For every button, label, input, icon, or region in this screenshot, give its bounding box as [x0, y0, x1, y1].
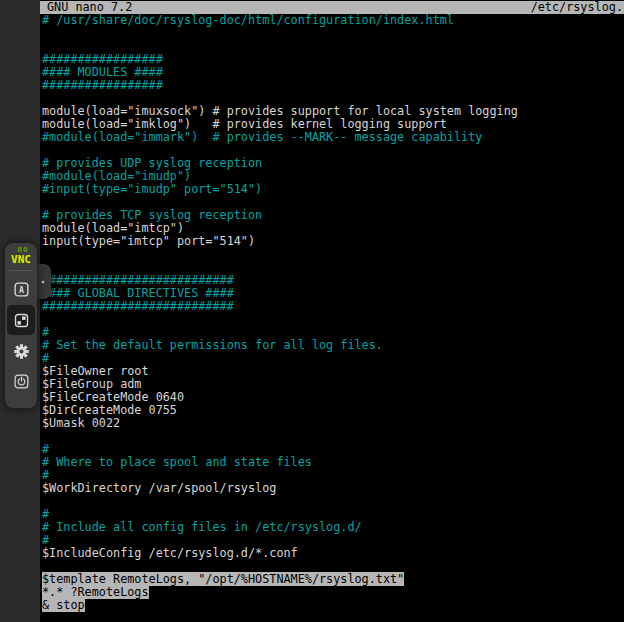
editor-line: $IncludeConfig /etc/rsyslog.d/*.conf — [42, 547, 624, 560]
editor-line: # Include all config files in /etc/rsysl… — [42, 521, 624, 534]
editor-line: ########################### — [42, 300, 624, 313]
power-icon — [14, 374, 29, 389]
editor-line: #module(load="immark") # provides --MARK… — [42, 131, 624, 144]
novnc-control-bar: no VNC A — [5, 243, 37, 408]
gear-icon — [13, 343, 30, 360]
editor-line — [42, 495, 624, 508]
clipboard-button[interactable]: A — [8, 275, 34, 303]
terminal-window[interactable]: GNU nano 7.2 /etc/rsyslog. # /usr/share/… — [40, 0, 624, 622]
svg-text:A: A — [19, 284, 24, 294]
panel-divider — [9, 270, 33, 271]
editor-line — [42, 313, 624, 326]
fullscreen-button[interactable] — [7, 305, 35, 335]
editor-line — [42, 248, 624, 261]
clipboard-a-icon: A — [14, 282, 29, 297]
editor-line: $WorkDirectory /var/spool/rsyslog — [42, 482, 624, 495]
editor-line: # /usr/share/doc/rsyslog-doc/html/config… — [42, 14, 624, 27]
editor-line: # Where to place spool and state files — [42, 456, 624, 469]
editor-line: ################# — [42, 79, 624, 92]
novnc-logo: no VNC — [5, 243, 37, 265]
editor-line: $DirCreateMode 0755 — [42, 404, 624, 417]
editor-line: input(type="imtcp" port="514") — [42, 235, 624, 248]
editor-line: $Umask 0022 — [42, 417, 624, 430]
editor-content[interactable]: # /usr/share/doc/rsyslog-doc/html/config… — [42, 14, 624, 612]
nano-filename-label: /etc/rsyslog. — [531, 1, 623, 14]
chevron-left-icon: ◂ — [37, 278, 45, 286]
editor-line — [42, 430, 624, 443]
novnc-logo-no: no — [7, 246, 39, 254]
editor-line — [42, 27, 624, 40]
screen: GNU nano 7.2 /etc/rsyslog. # /usr/share/… — [0, 0, 624, 622]
settings-button[interactable] — [8, 337, 34, 365]
power-button[interactable] — [8, 367, 34, 395]
fullscreen-icon — [14, 313, 29, 328]
novnc-logo-vnc: VNC — [5, 254, 37, 265]
editor-line: # Set the default permissions for all lo… — [42, 339, 624, 352]
editor-line: *.* ?RemoteLogs — [42, 586, 624, 599]
editor-line: #input(type="imudp" port="514") — [42, 183, 624, 196]
editor-line: & stop — [42, 599, 624, 612]
control-bar-handle[interactable]: ◂ — [37, 264, 51, 299]
